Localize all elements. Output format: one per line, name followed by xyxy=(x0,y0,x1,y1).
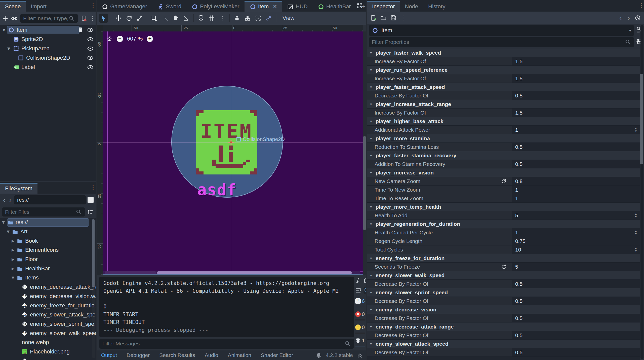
property-label[interactable]: Increase By Factor Of xyxy=(367,74,512,83)
property-label[interactable]: Addition To Stamina Recovery xyxy=(367,160,512,168)
property-value[interactable]: 0.5 xyxy=(512,91,640,100)
property-label[interactable]: Additional Attack Power xyxy=(367,126,512,134)
scale-tool[interactable] xyxy=(135,14,144,23)
property-label[interactable]: Regen Cycle Length xyxy=(367,237,512,245)
tab-filesystem[interactable]: FileSystem xyxy=(0,183,37,194)
smart-snap[interactable] xyxy=(196,14,206,23)
viewport-hscroll-thumb[interactable] xyxy=(157,271,352,274)
notification-bell-icon[interactable] xyxy=(315,352,322,358)
property-label[interactable]: Time To New Zoom xyxy=(367,186,512,194)
new-resource-icon[interactable] xyxy=(370,15,377,21)
scene-dock-menu-icon[interactable]: ⋮ xyxy=(90,3,96,9)
viewport-vscrollbar[interactable] xyxy=(363,31,366,275)
property-value[interactable]: 5 xyxy=(512,211,640,220)
tab-history[interactable]: History xyxy=(423,1,450,12)
history-back-icon[interactable]: ‹ xyxy=(618,14,623,22)
fs-item-enemy-decrease-vision-w-[interactable]: 15enemy_decrease_vision.w... xyxy=(0,292,96,301)
chevron-right-icon[interactable]: ▸ xyxy=(12,256,14,263)
fs-item-floor[interactable]: ▸Floor xyxy=(0,255,96,264)
property-value[interactable]: 0.75 xyxy=(512,237,640,245)
bottom-tab-animation[interactable]: Animation xyxy=(228,352,251,358)
section-player_run_speed_reference[interactable]: ▾player_run_speed_reference xyxy=(367,66,640,74)
fs-item-placeholder-png[interactable]: ITEMPlaceholder.png xyxy=(0,347,96,356)
center-view-icon[interactable] xyxy=(106,35,113,42)
fs-item-partial[interactable] xyxy=(0,356,96,360)
position-select-tool[interactable] xyxy=(160,14,170,23)
nav-back-icon[interactable]: ‹ xyxy=(2,196,7,204)
filter-messages-input[interactable]: Filter Messages xyxy=(99,339,354,349)
fs-item-art[interactable]: ▾Art xyxy=(0,227,96,236)
section-enemy_freeze_for_duration[interactable]: ▾enemy_freeze_for_duration xyxy=(367,254,640,263)
fs-item-enemy-slower-attack-spe-[interactable]: 17enemy_slower_attack_spe... xyxy=(0,310,96,319)
select-arrow[interactable] xyxy=(99,14,108,23)
property-value[interactable]: 0.5 xyxy=(512,348,640,356)
zoom-in-button[interactable]: + xyxy=(147,36,153,42)
scene-tab-item[interactable]: Item✕ xyxy=(245,1,282,12)
property-label[interactable]: Reduction To Stamina Loss xyxy=(367,143,512,151)
section-player_faster_stamina_recovery[interactable]: ▾player_faster_stamina_recovery xyxy=(367,151,640,160)
chevron-down-icon[interactable]: ▾ xyxy=(3,27,5,33)
inspector-menu-icon[interactable]: ⋮ xyxy=(638,3,644,9)
property-label[interactable]: Decrease By Factor Of xyxy=(367,297,512,305)
close-tab-icon[interactable]: ✕ xyxy=(273,4,277,10)
sort-files-icon[interactable] xyxy=(87,209,94,215)
scene-tab-hud[interactable]: HUD xyxy=(282,1,313,12)
visibility-eye-icon[interactable] xyxy=(87,45,94,52)
chevron-down-icon[interactable]: ▾ xyxy=(12,274,14,281)
load-resource-icon[interactable] xyxy=(380,15,387,21)
visibility-eye-icon[interactable] xyxy=(87,55,94,61)
viewport-2d[interactable]: ITEM CollisionShape2D asdf − 607 % + xyxy=(103,31,363,275)
bottom-tab-output[interactable]: Output xyxy=(101,352,117,358)
tab-node[interactable]: Node xyxy=(400,1,423,12)
badge-printer[interactable]: 1 xyxy=(355,336,365,346)
unlock-node[interactable] xyxy=(243,14,252,23)
fs-item-enemy-freeze-for-duratio-[interactable]: 12enemy_freeze_for_duratio... xyxy=(0,301,96,310)
section-enemy_decrease_attack_range[interactable]: ▾enemy_decrease_attack_range xyxy=(367,322,640,331)
bottom-tab-debugger[interactable]: Debugger xyxy=(127,352,150,358)
lock-node[interactable] xyxy=(232,14,242,23)
filter-properties-input[interactable]: Filter Properties xyxy=(369,37,634,47)
view-menu-button[interactable]: View xyxy=(279,15,298,21)
scene-tab-sword[interactable]: Sword xyxy=(152,1,186,12)
expand-bottom-panel-icon[interactable] xyxy=(356,352,363,358)
fs-item-res-[interactable]: ▾res:// xyxy=(0,218,96,227)
section-player_increase_attack_range[interactable]: ▾player_increase_attack_range xyxy=(367,100,640,109)
object-history-icon[interactable] xyxy=(634,15,641,21)
property-label[interactable]: Health Gained Per Cycle xyxy=(367,228,512,237)
scene-tab-gamemanager[interactable]: GameManager xyxy=(97,1,152,12)
fs-item-enemy-decrease-attack-ra-[interactable]: 16enemy_decrease_attack_ra... xyxy=(0,282,96,292)
bottom-tab-search-results[interactable]: Search Results xyxy=(159,352,195,358)
fs-item-enemy-slower-walk-speed-[interactable]: 13enemy_slower_walk_speed... xyxy=(0,329,96,338)
zoom-percent[interactable]: 607 % xyxy=(127,35,143,42)
property-value[interactable]: 1.5 xyxy=(512,109,640,117)
property-label[interactable]: Increase By Factor Of xyxy=(367,109,512,117)
property-value[interactable]: 10 xyxy=(512,245,640,254)
inspector-scrollbar[interactable] xyxy=(640,25,643,359)
scene-node-collisionshape2d[interactable]: CollisionShape2D xyxy=(0,53,96,62)
property-value[interactable]: 1 xyxy=(512,228,640,237)
scene-node-sprite2d[interactable]: Sprite2D xyxy=(0,34,96,44)
nav-forward-icon[interactable]: › xyxy=(8,196,13,204)
move-gizmo[interactable] xyxy=(228,139,234,146)
scene-filter-input[interactable]: Filter: name, t:type, xyxy=(20,14,78,23)
section-player_increase_vision[interactable]: ▾player_increase_vision xyxy=(367,168,640,177)
section-player_faster_walk_speed[interactable]: ▾player_faster_walk_speed xyxy=(367,49,640,57)
property-value[interactable]: 1 xyxy=(512,126,640,134)
property-label[interactable]: Total Cycles xyxy=(367,245,512,254)
scene-node-label[interactable]: Label xyxy=(0,62,96,72)
visibility-eye-icon[interactable] xyxy=(87,27,94,33)
filesystem-menu-icon[interactable]: ⋮ xyxy=(90,185,96,191)
property-value[interactable]: 0.5 xyxy=(512,160,640,168)
rotate-tool[interactable] xyxy=(125,14,134,23)
save-resource-icon[interactable] xyxy=(390,15,397,21)
property-value[interactable]: 0.5 xyxy=(512,280,640,288)
section-enemy_decrease_vision[interactable]: ▾enemy_decrease_vision xyxy=(367,305,640,314)
skeleton-options[interactable] xyxy=(264,14,273,23)
bottom-tab-audio[interactable]: Audio xyxy=(205,352,218,358)
fs-item-elementicons[interactable]: ▸ElementIcons xyxy=(0,245,96,255)
group-node[interactable] xyxy=(254,14,263,23)
viewport-hscrollbar[interactable] xyxy=(103,271,360,274)
property-label[interactable]: Decrease By Factor Of xyxy=(367,331,512,339)
property-label[interactable]: Increase By Factor Of xyxy=(367,57,512,65)
badge-exclaim-square[interactable]: !6 xyxy=(355,297,365,307)
